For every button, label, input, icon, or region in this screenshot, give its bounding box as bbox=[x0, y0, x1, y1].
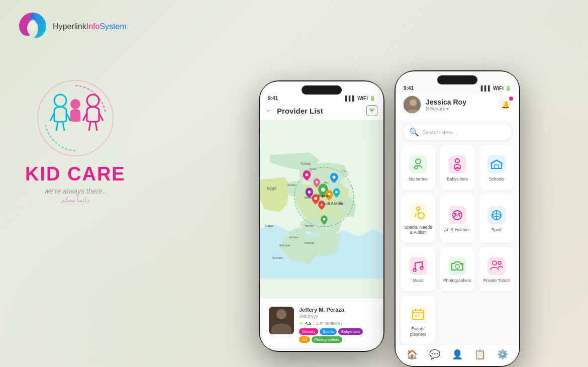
svg-point-24 bbox=[314, 197, 317, 200]
categories-grid: Nurseries Babysitters bbox=[396, 145, 519, 344]
search-icon: 🔍 bbox=[409, 127, 419, 137]
svg-rect-15 bbox=[371, 112, 372, 113]
svg-text:Iraq: Iraq bbox=[324, 181, 329, 184]
svg-text:Turkey: Turkey bbox=[301, 162, 311, 166]
svg-text:Yemen: Yemen bbox=[305, 224, 314, 227]
hyperlink-logo: HyperlinkInfoSystem bbox=[15, 10, 127, 43]
tutors-label: Private Tutors bbox=[483, 278, 510, 283]
logo-hyperlink: Hyperlink bbox=[53, 22, 86, 31]
svg-text:Sudan: Sudan bbox=[265, 224, 273, 227]
nav-settings[interactable]: ⚙️ bbox=[497, 349, 508, 360]
battery-icon: 🔋 bbox=[369, 96, 375, 101]
events-icon bbox=[411, 307, 425, 321]
phone-map-notch bbox=[302, 85, 342, 95]
category-sport[interactable]: Sport bbox=[479, 194, 514, 243]
tag-sports: Sports bbox=[320, 328, 337, 335]
status-icons-2: ▌▌▌ WiFi 🔋 bbox=[481, 85, 511, 91]
map-screen: 9:41 ▌▌▌ WiFi 🔋 ← Provider List bbox=[260, 81, 383, 351]
special-needs-icon bbox=[411, 206, 425, 220]
svg-point-21 bbox=[316, 181, 318, 184]
user-info: Jessica Roy Newyork ▾ bbox=[403, 95, 466, 114]
nav-list[interactable]: 📋 bbox=[474, 349, 485, 360]
provider-tags: Nursery Sports Babysitters Art Photograp… bbox=[299, 328, 374, 343]
svg-rect-13 bbox=[369, 109, 374, 110]
time-2: 9:41 bbox=[404, 85, 414, 91]
filter-icon[interactable] bbox=[366, 105, 377, 116]
tag-nursery: Nursery bbox=[299, 328, 318, 335]
category-babysitters[interactable]: Babysitters bbox=[440, 145, 475, 190]
hyperlink-logo-text: HyperlinkInfoSystem bbox=[53, 22, 127, 31]
battery-icon-2: 🔋 bbox=[505, 85, 511, 91]
map-svg: Turkey Iran Saudi Arabia Egypt Jordan Sy… bbox=[260, 120, 383, 299]
music-icon-wrap bbox=[409, 257, 427, 275]
svg-text:Djibouti: Djibouti bbox=[305, 241, 315, 244]
phone-home-screen: 9:41 ▌▌▌ WiFi 🔋 bbox=[396, 71, 519, 366]
nav-messages[interactable]: 💬 bbox=[429, 349, 440, 360]
tag-babysitters: Babysitters bbox=[338, 328, 363, 335]
nurseries-label: Nurseries bbox=[409, 176, 427, 181]
svg-line-6 bbox=[63, 122, 64, 131]
babysitters-label: Babysitters bbox=[447, 176, 468, 181]
logo-info: Info bbox=[86, 22, 100, 31]
svg-point-19 bbox=[321, 188, 325, 192]
music-label: Music bbox=[413, 278, 424, 283]
category-tutors[interactable]: Private Tutors bbox=[479, 247, 514, 292]
phone-map-screen: 9:41 ▌▌▌ WiFi 🔋 ← Provider List bbox=[260, 81, 383, 351]
provider-rating: ★ 4.5 | 300 reviews bbox=[299, 321, 374, 326]
kidcare-logo: KID CARE we're always there.. دائماً معك… bbox=[25, 78, 126, 204]
svg-point-59 bbox=[458, 213, 460, 215]
svg-point-49 bbox=[416, 159, 421, 164]
arts-icon bbox=[450, 208, 464, 222]
svg-point-20 bbox=[306, 173, 309, 176]
svg-line-11 bbox=[89, 122, 90, 131]
provider-name: Jeffery M. Peraza bbox=[299, 307, 374, 313]
music-icon bbox=[411, 259, 425, 273]
kidcare-arabic: دائماً معكم bbox=[61, 196, 90, 204]
category-schools[interactable]: Schools bbox=[479, 145, 514, 190]
kidcare-subtitle: we're always there.. bbox=[44, 187, 106, 195]
bottom-nav: 🏠 💬 👤 📋 ⚙️ bbox=[396, 344, 519, 366]
kidcare-title: KID CARE bbox=[25, 163, 126, 185]
bell-icon[interactable]: 🔔 bbox=[498, 98, 512, 112]
search-placeholder: Search Here... bbox=[422, 129, 458, 135]
map-header: ← Provider List bbox=[260, 103, 383, 120]
search-bar[interactable]: 🔍 Search Here... bbox=[403, 123, 512, 141]
sport-label: Sport bbox=[492, 227, 502, 232]
svg-point-0 bbox=[29, 19, 37, 31]
photographers-icon bbox=[450, 259, 464, 273]
svg-point-2 bbox=[54, 95, 66, 107]
svg-rect-53 bbox=[495, 165, 499, 168]
babysitters-icon bbox=[450, 157, 464, 171]
back-arrow-icon[interactable]: ← bbox=[266, 107, 273, 115]
svg-point-48 bbox=[410, 99, 417, 106]
sport-icon-wrap bbox=[487, 206, 506, 224]
nav-profile[interactable]: 👤 bbox=[452, 349, 463, 360]
svg-text:Eritrea: Eritrea bbox=[289, 236, 299, 239]
photographers-label: Photographers bbox=[443, 278, 471, 283]
schools-label: Schools bbox=[489, 176, 504, 181]
category-music[interactable]: Music bbox=[401, 247, 436, 292]
review-count: | 300 reviews bbox=[314, 321, 340, 326]
svg-line-5 bbox=[56, 122, 58, 131]
provider-card[interactable]: Jeffery M. Peraza Jeddyyyy ★ 4.5 | 300 r… bbox=[263, 302, 380, 348]
svg-rect-14 bbox=[370, 110, 373, 111]
left-section: HyperlinkInfoSystem bbox=[0, 0, 191, 367]
svg-text:Jordan: Jordan bbox=[287, 184, 296, 187]
category-events[interactable]: Events' planners bbox=[401, 296, 436, 344]
svg-point-28 bbox=[323, 218, 325, 221]
category-nurseries[interactable]: Nurseries bbox=[401, 145, 436, 190]
svg-point-51 bbox=[455, 159, 459, 163]
svg-line-56 bbox=[415, 214, 416, 217]
chevron-down-icon: ▾ bbox=[446, 106, 449, 112]
category-special-needs[interactable]: Special Needs & Autism bbox=[401, 194, 436, 243]
provider-info: Jeffery M. Peraza Jeddyyyy ★ 4.5 | 300 r… bbox=[299, 307, 374, 343]
phone-home: 9:41 ▌▌▌ WiFi 🔋 bbox=[395, 70, 520, 367]
category-photographers[interactable]: Photographers bbox=[440, 247, 475, 292]
nav-home[interactable]: 🏠 bbox=[407, 349, 418, 360]
svg-point-52 bbox=[455, 167, 459, 170]
notification-badge bbox=[509, 97, 513, 101]
arts-label: Art & Hobbies bbox=[444, 227, 470, 232]
category-arts[interactable]: Art & Hobbies bbox=[440, 194, 475, 243]
phone-home-notch bbox=[437, 75, 477, 84]
kidcare-icon bbox=[35, 78, 116, 158]
